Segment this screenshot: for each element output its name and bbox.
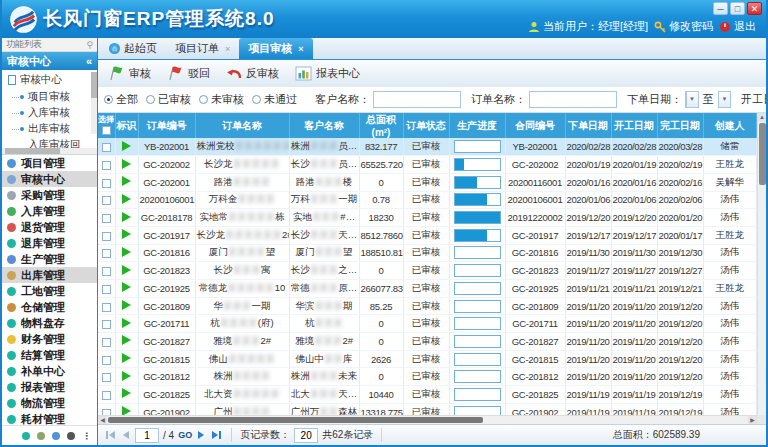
row-checkbox[interactable]	[102, 161, 111, 170]
sidebar-menu-item[interactable]: 财务管理	[2, 331, 97, 347]
table-row[interactable]: GC-201925 常德龙某某某某某10 常德某某某原… 266077.835……	[98, 280, 757, 298]
sidebar-menu-item[interactable]: 工地管理	[2, 283, 97, 299]
radio-failed[interactable]: 未通过	[252, 92, 297, 107]
table-row[interactable]: GC-2018178 实地常某某某某某栋 实地某某某#… 18230 已审核 2…	[98, 209, 757, 227]
table-row[interactable]: GC-201917 长沙龙某某某某某某2# 长沙某某某天… 8512.78600…	[98, 226, 757, 244]
row-checkbox[interactable]	[102, 179, 111, 188]
scroll-up-icon[interactable]: ▲	[758, 113, 766, 122]
row-checkbox[interactable]	[102, 196, 111, 205]
row-checkbox[interactable]	[102, 373, 111, 382]
row-checkbox[interactable]	[102, 232, 111, 241]
close-tab-icon[interactable]: ×	[225, 44, 230, 54]
sidebar-menu-item[interactable]: 物流管理	[2, 395, 97, 411]
cart-icon[interactable]	[37, 432, 45, 440]
row-checkbox[interactable]	[102, 391, 111, 400]
table-row[interactable]: GC-201815 佛山某某某某某 佛山中某某库 2626 已审核 GC-201…	[98, 350, 757, 368]
table-row[interactable]: GC-202001 路港某某某某 路港某某某楼 0 已审核 2020011600…	[98, 173, 757, 191]
table-row[interactable]: GC-201902 广州某某某某 广州万某某森林 13318.775 已审核 G…	[98, 403, 757, 415]
row-checkbox[interactable]	[102, 356, 111, 365]
table-row[interactable]: 20200106001 万科金某某某某 万科某某某一期 0.78 已审核 202…	[98, 191, 757, 209]
sidebar-menu-item[interactable]: 项目管理	[2, 155, 97, 171]
col-creator[interactable]: 创建人	[703, 113, 757, 138]
row-checkbox[interactable]	[102, 285, 111, 294]
sidebar-menu-item[interactable]: 出库管理	[2, 267, 97, 283]
page-size-input[interactable]	[294, 428, 318, 443]
next-page-button[interactable]	[196, 431, 206, 439]
tab-project-orders[interactable]: 项目订单 ×	[166, 38, 239, 59]
customer-name-input[interactable]	[373, 91, 461, 108]
minimize-button[interactable]: ─	[713, 2, 728, 15]
table-row[interactable]: GC-201823 长沙某某某寓 长沙某某某之… 0 已审核 GC-201823…	[98, 262, 757, 280]
tab-home[interactable]: ⌂ 起始页	[100, 38, 166, 59]
sidebar-menu-item[interactable]: 报表管理	[2, 379, 97, 395]
prev-page-button[interactable]	[121, 431, 131, 439]
table-row[interactable]: GC-201812 株洲某某某某 株洲某某某未来 0 已审核 GC-201812…	[98, 368, 757, 386]
scroll-right-icon[interactable]: ▶	[748, 416, 757, 424]
sidebar-menu-item[interactable]: 采购管理	[2, 187, 97, 203]
scroll-left-icon[interactable]: ◀	[98, 416, 107, 424]
sidebar-menu-item[interactable]: 结算管理	[2, 347, 97, 363]
order-date-to-input[interactable]: / /▼	[718, 91, 732, 108]
col-flag[interactable]: 标识	[115, 113, 138, 138]
select-all-checkbox[interactable]	[102, 126, 111, 135]
col-order-name[interactable]: 订单名称	[195, 113, 289, 138]
row-checkbox[interactable]	[102, 143, 111, 152]
row-checkbox[interactable]	[102, 249, 111, 258]
page-number-input[interactable]	[135, 428, 159, 443]
radio-all[interactable]: 全部	[104, 92, 138, 107]
order-name-input[interactable]	[529, 91, 617, 108]
sidebar-menu-item[interactable]: 耗材管理	[2, 411, 97, 425]
radio-approved[interactable]: 已审核	[146, 92, 191, 107]
change-password-button[interactable]: 修改密码	[654, 19, 713, 34]
tree-item[interactable]: 出库审核	[8, 121, 89, 137]
go-button[interactable]: GO	[178, 430, 192, 440]
vertical-scrollbar[interactable]: ▲	[757, 113, 766, 415]
pin-icon[interactable]: ⚲	[86, 40, 93, 50]
close-tab-icon[interactable]: ×	[298, 44, 303, 54]
sidebar-menu-item[interactable]: 物料盘存	[2, 315, 97, 331]
col-start-date[interactable]: 开工日期	[611, 113, 657, 138]
tree-horizontal-scrollbar[interactable]	[2, 148, 97, 154]
status-dot-icon[interactable]	[22, 432, 30, 440]
unapprove-button[interactable]: 反审核	[222, 64, 287, 83]
order-date-from-input[interactable]: / /▼	[685, 91, 699, 108]
col-order-no[interactable]: 订单编号	[138, 113, 195, 138]
sidebar-menu-item[interactable]: 补单中心	[2, 363, 97, 379]
table-row[interactable]: YB-202001 株洲党校某某某某某某 株洲某某某员… 832.177 已审核…	[98, 138, 757, 156]
col-order-date[interactable]: 下单日期	[565, 113, 611, 138]
tree-vertical-scrollbar[interactable]	[91, 72, 97, 134]
row-checkbox[interactable]	[102, 267, 111, 276]
sidebar-menu-item[interactable]: 入库管理	[2, 203, 97, 219]
approve-button[interactable]: 审核	[104, 63, 159, 83]
table-row[interactable]: GC-201711 杭某某某某(府) 杭某某某 0 已审核 GC-201711 …	[98, 315, 757, 333]
table-row[interactable]: GC-201809 华某某某一期 华滨某某某期 85.25 已审核 GC-201…	[98, 297, 757, 315]
person-icon[interactable]	[67, 432, 75, 440]
row-checkbox[interactable]	[102, 338, 111, 347]
report-center-button[interactable]: 报表中心	[291, 64, 368, 83]
sidebar-menu-item[interactable]: 退货管理	[2, 219, 97, 235]
row-checkbox[interactable]	[102, 303, 111, 312]
col-area[interactable]: 总面积(m²)	[359, 113, 403, 138]
tree-item[interactable]: 入库审核	[8, 105, 89, 121]
horizontal-scroll-thumb[interactable]	[108, 417, 483, 423]
col-customer[interactable]: 客户名称	[289, 113, 359, 138]
table-row[interactable]: GC-201827 雅境某某某2# 雅境某某某2# 0 已审核 GC-20182…	[98, 333, 757, 351]
col-finish-date[interactable]: 完工日期	[657, 113, 703, 138]
tree-root-node[interactable]: 审核中心	[8, 73, 89, 87]
close-button[interactable]: ✕	[747, 2, 762, 15]
vertical-scroll-thumb[interactable]	[759, 123, 766, 185]
row-checkbox[interactable]	[102, 214, 111, 223]
row-checkbox[interactable]	[102, 320, 111, 329]
tree-item[interactable]: 项目审核	[8, 89, 89, 105]
reject-button[interactable]: 驳回	[163, 63, 218, 83]
col-contract-no[interactable]: 合同编号	[505, 113, 565, 138]
col-status[interactable]: 订单状态	[403, 113, 449, 138]
chevron-down-icon[interactable]: ▼	[718, 92, 730, 107]
first-page-button[interactable]	[104, 431, 117, 439]
table-row[interactable]: GC-202002 长沙龙某某某某某 长沙某某某员… 65525.7200… 已…	[98, 156, 757, 174]
sidebar-menu-item[interactable]: 仓储管理	[2, 299, 97, 315]
sidebar-menu-item[interactable]: 审核中心	[2, 171, 97, 187]
collapse-icon[interactable]: «	[86, 55, 92, 67]
more-icon[interactable]: ⋮	[82, 432, 91, 440]
maximize-button[interactable]: □	[730, 2, 745, 15]
